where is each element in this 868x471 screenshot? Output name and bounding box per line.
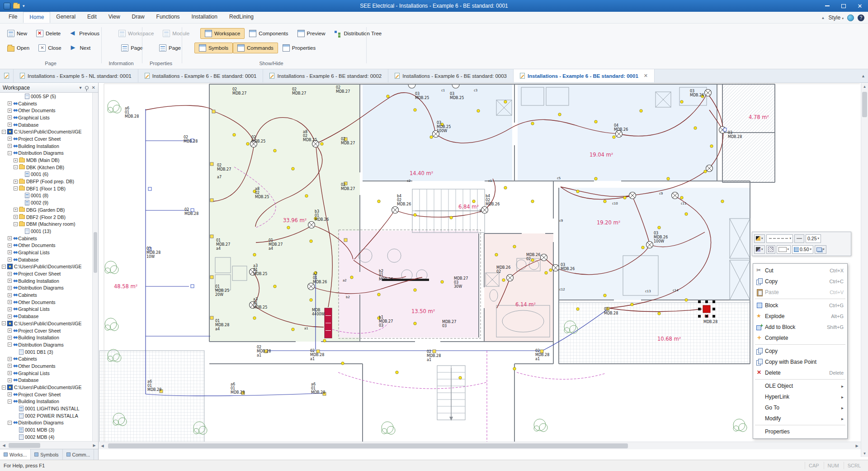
context-menu-item-copy-with-base-point[interactable]: Copy with Base Point <box>753 357 847 367</box>
ribbon-button-workspace[interactable]: Workspace <box>200 28 245 39</box>
close-button[interactable]: ✕ <box>852 0 868 12</box>
tree-expander[interactable]: − <box>2 385 6 390</box>
menu-tab-functions[interactable]: Functions <box>151 12 186 23</box>
tree-expander[interactable]: + <box>8 307 12 311</box>
tree-item[interactable]: +◆◆Project Cover Sheet <box>0 270 92 277</box>
context-menu-item-properties[interactable]: Properties <box>753 426 847 437</box>
fill-color-select[interactable]: ▾ <box>777 245 791 254</box>
tree-expander[interactable]: + <box>8 314 12 319</box>
tree-item[interactable]: 0005 SP (5) <box>0 93 92 100</box>
tree-expander[interactable]: + <box>8 123 12 127</box>
context-menu-item-add-to-block[interactable]: Add to BlockShift+G <box>753 322 847 333</box>
tree-expander[interactable]: + <box>8 272 12 276</box>
line-icon[interactable] <box>794 234 804 243</box>
ribbon-button-new[interactable]: New <box>3 28 32 39</box>
tree-item[interactable]: +◆◆Database <box>0 256 92 263</box>
tree-expander[interactable]: + <box>8 364 12 368</box>
tree-item[interactable]: +◆◆Building Installation <box>0 277 92 285</box>
tree-item[interactable]: 0001 (8) <box>0 192 92 200</box>
tree-item[interactable]: +◆◆Project Cover Sheet <box>0 391 92 398</box>
tree-vertical-scrollbar[interactable] <box>92 93 98 441</box>
tree-expander[interactable]: + <box>8 371 12 375</box>
canvas-vertical-scrollbar[interactable]: ▲▼ <box>861 83 868 457</box>
help-icon[interactable]: ? <box>858 14 864 21</box>
ribbon-button-properties[interactable]: Properties <box>278 43 320 53</box>
tab-bar-chevron-icon[interactable]: ▲ <box>861 69 868 82</box>
tree-item[interactable]: +◆◆Graphical Lists <box>0 114 92 121</box>
floorplan-canvas[interactable]: 02MDB.2702MDB.2702MDB.2703MDB.2503MDB.25… <box>99 83 861 449</box>
tree-item[interactable]: +◆◆Building Installation <box>0 334 92 341</box>
tree-item[interactable]: +◆◆Building Installation <box>0 143 92 150</box>
tree-item[interactable]: 0001 (6) <box>0 171 92 178</box>
tree-expander[interactable]: + <box>8 357 12 361</box>
tree-expander[interactable]: + <box>8 250 12 254</box>
pen-style-button[interactable]: ▾ <box>754 234 765 243</box>
tree-expander[interactable]: + <box>8 286 12 290</box>
line-style-select[interactable]: ▾ <box>766 234 793 243</box>
tree-expander[interactable]: + <box>8 392 12 396</box>
ribbon-button-symbols[interactable]: Symbols <box>194 43 233 53</box>
context-menu-item-complete[interactable]: Complete <box>753 333 847 343</box>
ribbon-button-delete[interactable]: Delete <box>32 28 65 39</box>
document-tab-5[interactable]: Installations - Example 6 - BE standard:… <box>514 69 655 82</box>
tree-expander[interactable]: + <box>8 336 12 340</box>
collapse-ribbon-icon[interactable]: ▲ <box>821 16 825 20</box>
document-tab-4[interactable]: Installations - Example 6 - BE standard:… <box>388 69 514 82</box>
tree-expander[interactable]: − <box>14 186 18 190</box>
fill-style-button[interactable]: ▾ <box>754 245 765 254</box>
tree-expander[interactable]: + <box>8 144 12 148</box>
tree-item[interactable]: 0001 MDB (3) <box>0 426 92 433</box>
tree-item[interactable]: +◆◆Database <box>0 377 92 384</box>
open-file-icon[interactable] <box>13 4 20 9</box>
ribbon-button-preview[interactable]: Preview <box>293 28 330 39</box>
ribbon-button-next[interactable]: Next <box>66 43 95 53</box>
tree-item[interactable]: +◆◆Graphical Lists <box>0 306 92 313</box>
tree-item[interactable]: +◆◆Cabinets <box>0 235 92 242</box>
tree-item[interactable]: +◆◆Other Documents <box>0 107 92 114</box>
tree-expander[interactable]: + <box>8 243 12 247</box>
tree-item[interactable]: +◆◆Graphical Lists <box>0 249 92 256</box>
canvas-horizontal-scrollbar[interactable]: ◀ ▶ <box>99 442 861 449</box>
pin-icon[interactable] <box>85 86 89 90</box>
tree-horizontal-scrollbar[interactable]: ◀▶ <box>0 441 98 449</box>
ribbon-button-commands[interactable]: Commands <box>233 43 278 53</box>
tree-item[interactable]: −C:\Users\Public\Documents\IGE <box>0 263 92 271</box>
tree-item[interactable]: +◆◆Database <box>0 313 92 320</box>
tree-expander[interactable]: − <box>8 343 12 347</box>
tree-item[interactable]: 0001 LIGHTING INSTALL <box>0 405 92 412</box>
quick-access-dropdown-icon[interactable]: ▾ <box>23 4 25 8</box>
context-menu-item-explode[interactable]: ExplodeAlt+G <box>753 311 847 322</box>
context-menu-item-delete[interactable]: DeleteDelete <box>753 367 847 378</box>
tree-expander[interactable]: − <box>2 265 6 269</box>
tree-item[interactable]: −C:\Users\Public\Documents\IGE <box>0 384 92 391</box>
ribbon-button-distribution-tree[interactable]: Distribution Tree <box>330 28 386 39</box>
context-menu-item-hyperlink[interactable]: HyperLink▸ <box>753 391 847 402</box>
hatch-button[interactable] <box>766 245 775 254</box>
panel-menu-icon[interactable]: ▾ <box>80 85 82 90</box>
tree-expander[interactable]: + <box>8 115 12 119</box>
tree-expander[interactable]: + <box>8 137 12 141</box>
document-tab-3[interactable]: Installations - Example 6 - BE standard:… <box>263 69 388 82</box>
tree-expander[interactable]: + <box>8 236 12 240</box>
tree-item[interactable]: 0002 MDB (4) <box>0 433 92 441</box>
panel-tab-works[interactable]: Works... <box>0 449 31 460</box>
tree-expander[interactable]: − <box>8 151 12 155</box>
tree-expander[interactable]: + <box>8 328 12 333</box>
layer-button[interactable]: ▾ <box>815 245 826 254</box>
tree-item[interactable]: +◆◆Other Documents <box>0 299 92 306</box>
tree-item[interactable]: −◆◆Distribution Diagrams <box>0 150 92 157</box>
ribbon-button-components[interactable]: Components <box>245 28 292 39</box>
menu-tab-general[interactable]: General <box>50 12 81 23</box>
tree-expander[interactable]: − <box>14 222 18 226</box>
tree-item[interactable]: +DBFP (Food prep. DB) <box>0 178 92 185</box>
tree-expander[interactable]: − <box>14 165 18 169</box>
line-width-select[interactable]: 0.25▾ <box>806 234 821 243</box>
tree-expander[interactable]: + <box>8 300 12 304</box>
tree-item[interactable]: 0002 (9) <box>0 199 92 206</box>
context-menu-item-go-to[interactable]: Go To▸ <box>753 402 847 413</box>
tree-item[interactable]: +◆◆Distribution Diagrams <box>0 285 92 292</box>
tree-expander[interactable]: + <box>8 378 12 382</box>
tree-item[interactable]: +◆◆Graphical Lists <box>0 370 92 377</box>
tree-item[interactable]: −DBK (Kitchen DB) <box>0 164 92 171</box>
tree-expander[interactable]: + <box>14 215 18 219</box>
